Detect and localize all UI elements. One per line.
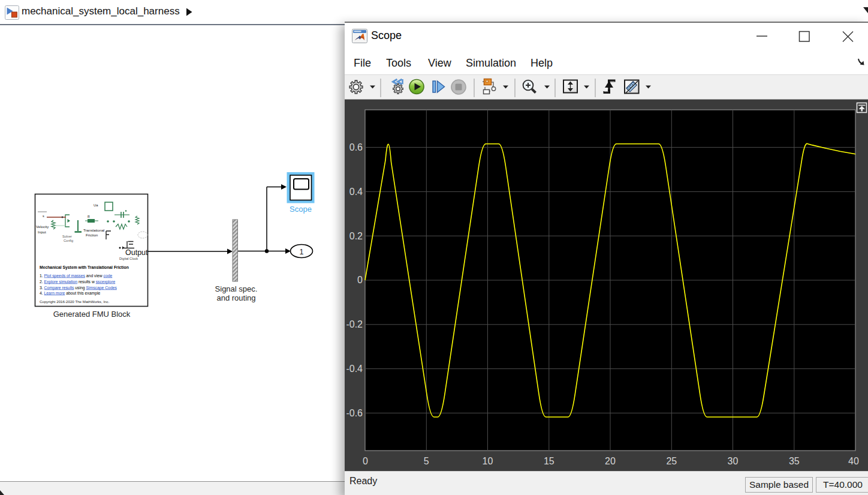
svg-text:-0.6: -0.6 <box>346 408 363 418</box>
svg-text:Generated FMU Block: Generated FMU Block <box>53 310 131 319</box>
svg-text:Ua: Ua <box>94 203 98 207</box>
svg-text:0.2: 0.2 <box>349 231 363 241</box>
svg-text:Scope: Scope <box>290 205 312 214</box>
svg-text:15: 15 <box>544 456 554 466</box>
svg-text:4. Learn more about this examp: 4. Learn more about this example <box>40 291 100 296</box>
svg-text:Velocity: Velocity <box>36 224 49 229</box>
svg-text:-0.2: -0.2 <box>346 319 363 329</box>
svg-text:Input: Input <box>38 230 46 234</box>
svg-text:0: 0 <box>357 275 363 285</box>
svg-text:s: s <box>43 214 44 218</box>
svg-text:0.6: 0.6 <box>349 142 363 152</box>
svg-text:0: 0 <box>363 456 368 466</box>
svg-text:-0.4: -0.4 <box>346 364 363 374</box>
svg-text:Output: Output <box>125 248 148 257</box>
svg-text:Copyright 2016-2020 The MathWo: Copyright 2016-2020 The MathWorks, Inc. <box>40 299 110 304</box>
svg-text:Config: Config <box>64 239 73 242</box>
svg-text:5: 5 <box>424 456 429 466</box>
svg-text:1: 1 <box>300 248 304 256</box>
svg-text:Digital Clock: Digital Clock <box>119 257 138 260</box>
svg-text:40: 40 <box>848 456 859 466</box>
svg-text:3. Compare results using Simsc: 3. Compare results using Simscape Codes <box>40 286 117 290</box>
svg-text:0.4: 0.4 <box>349 187 363 197</box>
svg-text:Mechanical System with Transla: Mechanical System with Translational Fri… <box>40 265 129 270</box>
svg-text:Translational: Translational <box>83 228 104 232</box>
svg-text:20: 20 <box>605 456 616 466</box>
svg-text:Friction: Friction <box>86 233 98 237</box>
svg-text:10: 10 <box>483 456 493 466</box>
svg-text:Signal spec.: Signal spec. <box>215 284 258 293</box>
svg-text:and routing: and routing <box>216 293 255 302</box>
svg-text:35: 35 <box>789 456 800 466</box>
svg-text:25: 25 <box>666 456 677 466</box>
svg-text:R: R <box>88 215 90 218</box>
svg-text:2. Explore simulation results: 2. Explore simulation results w sscexplo… <box>40 280 115 284</box>
svg-text:Solver: Solver <box>62 235 72 238</box>
svg-text:1. Plot speeds of masses and v: 1. Plot speeds of masses and view code <box>40 274 113 278</box>
svg-text:30: 30 <box>728 456 739 466</box>
